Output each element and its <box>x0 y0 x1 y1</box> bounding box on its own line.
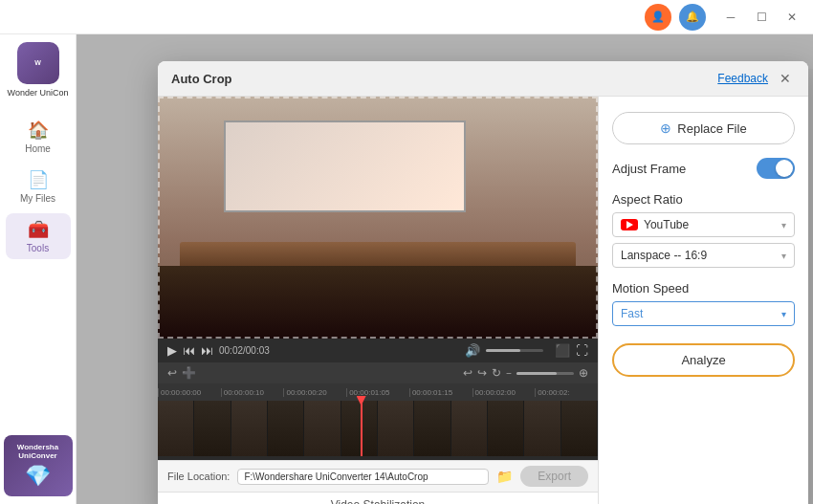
logo-text: W <box>34 59 41 67</box>
modal-bottom-bar: File Location: 📁 Export <box>158 460 598 492</box>
ruler-mark-4: 00:00:01:15 <box>409 388 472 397</box>
volume-fill <box>486 349 520 352</box>
sidebar-item-myfiles[interactable]: 📄 My Files <box>6 164 71 209</box>
minimize-btn[interactable]: ─ <box>717 8 744 27</box>
chevron-down-icon-3: ▾ <box>781 309 786 319</box>
auto-crop-modal: Auto Crop Feedback ✕ <box>158 61 808 504</box>
youtube-icon <box>621 219 638 230</box>
replace-file-label: Replace File <box>677 121 746 136</box>
ad-diamond-icon: 💎 <box>25 464 51 489</box>
track-cell-8 <box>451 401 488 456</box>
track-cell-0 <box>158 401 194 456</box>
motion-speed-label: Motion Speed <box>612 281 795 296</box>
modal-title: Auto Crop <box>171 72 232 86</box>
prev-frame-btn[interactable]: ⏮ <box>183 343 195 358</box>
timeline-track <box>158 401 598 456</box>
timeline-back-btn[interactable]: ↩ <box>167 366 177 380</box>
replace-icon: ⊕ <box>660 121 671 136</box>
toggle-thumb <box>776 160 793 177</box>
chevron-down-icon: ▾ <box>781 220 786 230</box>
adjust-frame-row: Adjust Frame <box>612 158 795 179</box>
browse-folder-btn[interactable]: 📁 <box>496 469 513 484</box>
next-frame-btn[interactable]: ⏭ <box>201 343 213 358</box>
modal-body: ▶ ⏮ ⏭ 00:02/00:03 🔊 ⬛ ⛶ <box>158 97 808 504</box>
undo-btn[interactable]: ↩ <box>463 366 472 380</box>
home-icon: 🏠 <box>28 120 49 141</box>
timeline-toolbar: ↩ ➕ ↩ ↪ ↻ − ⊕ <box>158 362 598 383</box>
projection-screen <box>224 121 466 212</box>
lanspace-label: Lanspace -- 16:9 <box>621 249 707 262</box>
sidebar-tools-label: Tools <box>27 243 49 253</box>
sidebar-item-tools[interactable]: 🧰 Tools <box>6 213 71 259</box>
sidebar-home-label: Home <box>25 143 51 154</box>
video-preview <box>158 97 598 339</box>
track-cell-10 <box>524 401 560 456</box>
time-display: 00:02/00:03 <box>219 345 270 356</box>
screenshot-btn[interactable]: ⬛ <box>555 343 570 358</box>
notification-icon[interactable]: 🔔 <box>679 4 706 31</box>
content-area: Converter ages to other ur files to dito… <box>77 34 813 504</box>
lanspace-dropdown[interactable]: Lanspace -- 16:9 ▾ <box>612 243 795 268</box>
bottom-tab: Video Stabilization <box>158 492 598 504</box>
refresh-btn[interactable]: ↻ <box>492 366 501 380</box>
file-path-input[interactable] <box>237 469 489 485</box>
youtube-dropdown[interactable]: YouTube ▾ <box>612 212 795 237</box>
youtube-play-icon <box>626 221 633 229</box>
close-btn[interactable]: ✕ <box>779 8 805 27</box>
main-content: W Wonder UniCon 🏠 Home 📄 My Files 🧰 Tool… <box>0 34 813 504</box>
volume-slider[interactable] <box>486 349 543 352</box>
zoom-fill <box>516 372 557 375</box>
right-panel: ⊕ Replace File Adjust Frame <box>598 97 808 504</box>
feedback-link[interactable]: Feedback <box>717 72 768 85</box>
motion-speed-section: Motion Speed Fast ▾ <box>612 281 795 326</box>
aspect-ratio-label: Aspect Ratio <box>612 192 795 207</box>
ruler-mark-6: 00:00:02: <box>535 388 598 397</box>
zoom-in-btn[interactable]: ⊕ <box>579 366 588 380</box>
files-icon: 📄 <box>28 169 49 190</box>
video-controls: ▶ ⏮ ⏭ 00:02/00:03 🔊 ⬛ ⛶ <box>158 339 598 362</box>
chevron-down-icon-2: ▾ <box>781 251 786 261</box>
track-cell-7 <box>414 401 450 456</box>
title-bar-controls: ─ ☐ ✕ <box>717 8 805 27</box>
modal-close-btn[interactable]: ✕ <box>776 69 795 88</box>
tools-icon: 🧰 <box>28 219 49 240</box>
adjust-frame-toggle[interactable] <box>757 158 795 179</box>
timeline-ruler: 00:00:00:00 00:00:00:10 00:00:00:20 00:0… <box>158 383 598 401</box>
adjust-frame-label: Adjust Frame <box>612 162 686 176</box>
app-logo: W <box>17 42 59 84</box>
timeline: 00:00:00:00 00:00:00:10 00:00:00:20 00:0… <box>158 383 598 460</box>
youtube-option: YouTube <box>621 218 689 231</box>
ruler-mark-2: 00:00:00:20 <box>283 388 346 397</box>
sidebar-ad[interactable]: Wondersha UniConver 💎 <box>4 435 73 496</box>
video-stabilization-tab[interactable]: Video Stabilization <box>319 494 437 504</box>
track-cell-2 <box>231 401 268 456</box>
zoom-slider[interactable] <box>516 372 574 375</box>
chairs <box>158 266 598 339</box>
aspect-ratio-section: Aspect Ratio YouTube ▾ <box>612 192 795 268</box>
redo-btn[interactable]: ↪ <box>477 366 487 380</box>
motion-speed-dropdown[interactable]: Fast ▾ <box>612 301 795 326</box>
track-cell-3 <box>268 401 304 456</box>
track-cell-6 <box>378 401 414 456</box>
ruler-mark-1: 00:00:00:10 <box>221 388 284 397</box>
fullscreen-btn[interactable]: ⛶ <box>576 343 588 358</box>
timeline-add-btn[interactable]: ➕ <box>182 366 196 380</box>
analyze-btn[interactable]: Analyze <box>612 343 795 377</box>
track-cell-4 <box>304 401 341 456</box>
ruler-mark-5: 00:00:02:00 <box>472 388 536 397</box>
play-btn[interactable]: ▶ <box>167 343 177 358</box>
playhead <box>361 401 363 456</box>
zoom-out-icon: − <box>506 368 512 379</box>
sidebar-item-home[interactable]: 🏠 Home <box>6 114 71 160</box>
ruler-mark-0: 00:00:00:00 <box>158 388 221 397</box>
volume-icon[interactable]: 🔊 <box>465 343 480 358</box>
track-cell-11 <box>561 401 598 456</box>
modal-overlay: Auto Crop Feedback ✕ <box>77 34 813 504</box>
modal-header-right: Feedback ✕ <box>717 69 795 88</box>
maximize-btn[interactable]: ☐ <box>748 8 775 27</box>
sidebar: W Wonder UniCon 🏠 Home 📄 My Files 🧰 Tool… <box>0 34 77 504</box>
replace-file-btn[interactable]: ⊕ Replace File <box>612 112 795 144</box>
youtube-label: YouTube <box>644 218 689 231</box>
user-icon[interactable]: 👤 <box>645 4 671 31</box>
sidebar-myfiles-label: My Files <box>20 193 55 204</box>
